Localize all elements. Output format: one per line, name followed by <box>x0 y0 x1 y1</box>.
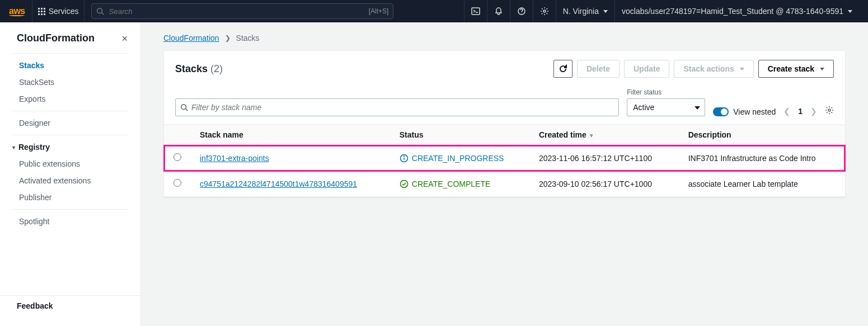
svg-point-0 <box>97 8 102 13</box>
cloudshell-icon <box>471 7 480 16</box>
services-menu[interactable]: Services <box>32 0 85 22</box>
help-icon <box>517 7 526 16</box>
topnav-right: N. Virginia voclabs/user2748197=Hamid_Te… <box>464 0 859 22</box>
help-button[interactable] <box>510 0 533 22</box>
svg-point-4 <box>543 10 546 12</box>
gear-icon <box>540 7 549 16</box>
notifications-button[interactable] <box>487 0 510 22</box>
caret-down-icon <box>603 10 608 13</box>
region-label: N. Virginia <box>563 7 599 16</box>
region-selector[interactable]: N. Virginia <box>556 0 614 22</box>
settings-button[interactable] <box>533 0 556 22</box>
caret-down-icon <box>848 10 852 13</box>
search-shortcut: [Alt+S] <box>369 7 389 15</box>
services-label: Services <box>49 7 79 16</box>
search-input[interactable] <box>109 7 364 16</box>
account-menu[interactable]: voclabs/user2748197=Hamid_Test_Student @… <box>614 0 859 22</box>
cloudshell-button[interactable] <box>464 0 487 22</box>
grid-icon <box>38 8 45 15</box>
search-icon <box>96 7 104 15</box>
aws-logo[interactable]: aws <box>9 6 25 16</box>
svg-line-1 <box>102 13 104 15</box>
account-label: voclabs/user2748197=Hamid_Test_Student @… <box>622 7 843 16</box>
bell-icon <box>494 7 503 16</box>
top-nav: aws Services [Alt+S] N. Virginia voclabs… <box>0 0 868 22</box>
search-box[interactable]: [Alt+S] <box>91 3 393 19</box>
